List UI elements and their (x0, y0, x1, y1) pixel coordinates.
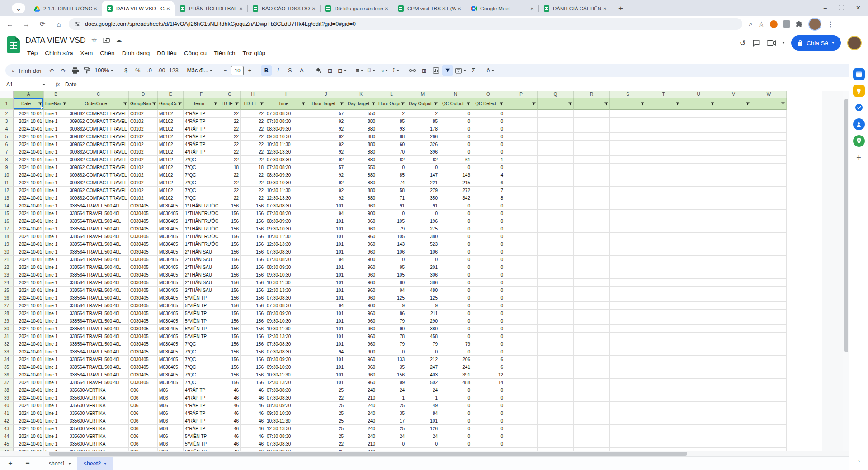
grid-cell[interactable]: M0102 (158, 110, 184, 118)
grid-cell[interactable]: 2024-10-01 (14, 194, 44, 202)
text-wrap-button[interactable]: ⇥ (377, 65, 389, 76)
grid-cell[interactable] (716, 371, 751, 379)
grid-cell[interactable]: 338564-TRAVEL 500 40L (68, 294, 129, 302)
grid-cell[interactable] (681, 248, 716, 256)
column-header-B[interactable]: B (44, 91, 68, 98)
grid-cell[interactable] (646, 402, 681, 409)
grid-cell[interactable] (751, 432, 787, 440)
grid-cell[interactable]: 0 (439, 118, 472, 125)
sheet-tab-sheet1[interactable]: sheet1 (42, 457, 77, 470)
grid-cell[interactable]: 335600-VERTIKA (68, 440, 129, 448)
grid-cell[interactable] (646, 379, 681, 386)
grid-cell[interactable] (716, 263, 751, 271)
vertical-scrollbar-thumb[interactable] (844, 99, 848, 352)
grid-cell[interactable] (751, 110, 787, 118)
grid-cell[interactable]: 07:30-08:30 (265, 210, 307, 217)
grid-cell[interactable]: 156 (219, 279, 241, 287)
grid-cell[interactable]: 156 (241, 379, 265, 386)
grid-cell[interactable]: 22 (307, 394, 345, 402)
grid-cell[interactable]: 08:30-09:30 (265, 356, 307, 363)
grid-cell[interactable]: C0102 (129, 133, 158, 141)
grid-cell[interactable]: C06 (129, 417, 158, 425)
grid-cell[interactable] (538, 225, 574, 233)
header-cell[interactable] (610, 98, 646, 110)
grid-cell[interactable]: 70 (377, 148, 406, 156)
grid-cell[interactable]: 08:30-09:30 (265, 402, 307, 409)
grid-cell[interactable] (681, 294, 716, 302)
grid-cell[interactable] (716, 233, 751, 240)
grid-cell[interactable]: Line 1 (44, 432, 68, 440)
grid-cell[interactable] (681, 371, 716, 379)
paint-format-button[interactable] (81, 65, 92, 76)
grid-cell[interactable] (574, 317, 610, 325)
grid-cell[interactable]: 22 (219, 156, 241, 164)
grid-cell[interactable]: Line 1 (44, 133, 68, 141)
grid-cell[interactable]: 960 (345, 356, 377, 363)
grid-cell[interactable] (574, 440, 610, 448)
grid-cell[interactable]: 2024-10-01 (14, 125, 44, 133)
grid-cell[interactable]: 1 (472, 156, 505, 164)
grid-cell[interactable] (646, 187, 681, 194)
grid-cell[interactable] (610, 348, 646, 356)
grid-cell[interactable] (538, 210, 574, 217)
grid-cell[interactable]: 7*QC (184, 187, 219, 194)
grid-cell[interactable]: 85 (377, 118, 406, 125)
grid-cell[interactable]: 0 (406, 164, 439, 171)
grid-cell[interactable]: 0 (472, 225, 505, 233)
filter-icon[interactable] (675, 102, 680, 106)
grid-cell[interactable]: 279 (406, 187, 439, 194)
grid-cell[interactable]: 46 (241, 386, 265, 394)
grid-cell[interactable]: C030405 (129, 317, 158, 325)
grid-cell[interactable] (610, 425, 646, 432)
grid-cell[interactable] (610, 363, 646, 371)
grid-cell[interactable]: 960 (345, 363, 377, 371)
grid-cell[interactable]: 350 (406, 194, 439, 202)
grid-cell[interactable] (538, 179, 574, 187)
grid-cell[interactable]: 380 (406, 325, 439, 333)
grid-cell[interactable]: M030405 (158, 310, 184, 317)
grid-cell[interactable] (574, 164, 610, 171)
grid-cell[interactable]: 240 (345, 409, 377, 417)
grid-cell[interactable] (574, 133, 610, 141)
grid-cell[interactable] (505, 256, 538, 263)
grid-cell[interactable] (751, 409, 787, 417)
grid-cell[interactable] (751, 310, 787, 317)
grid-cell[interactable]: M0102 (158, 118, 184, 125)
grid-cell[interactable] (574, 156, 610, 164)
bookmark-star-icon[interactable]: ☆ (758, 20, 764, 28)
grid-cell[interactable]: 0 (472, 394, 505, 402)
increase-decimal-button[interactable]: .00 (156, 65, 167, 76)
grid-cell[interactable]: 0 (377, 164, 406, 171)
grid-cell[interactable]: 7 (472, 187, 505, 194)
grid-cell[interactable]: 156 (241, 317, 265, 325)
grid-cell[interactable] (574, 171, 610, 179)
grid-cell[interactable] (505, 394, 538, 402)
grid-cell[interactable]: 8 (472, 194, 505, 202)
grid-cell[interactable] (681, 386, 716, 394)
grid-cell[interactable] (538, 340, 574, 348)
grid-cell[interactable]: 880 (345, 171, 377, 179)
grid-cell[interactable] (505, 409, 538, 417)
grid-cell[interactable] (574, 417, 610, 425)
column-header-K[interactable]: K (345, 91, 377, 98)
grid-cell[interactable]: 0 (472, 340, 505, 348)
grid-cell[interactable] (646, 217, 681, 225)
grid-cell[interactable] (505, 164, 538, 171)
grid-cell[interactable]: Line 1 (44, 110, 68, 118)
grid-cell[interactable] (538, 432, 574, 440)
grid-cell[interactable]: 2*THÂN SAU (184, 256, 219, 263)
grid-cell[interactable]: 309862-COMPACT TRAVEL 15L (68, 118, 129, 125)
grid-cell[interactable]: 0 (439, 233, 472, 240)
grid-cell[interactable]: C030405 (129, 302, 158, 310)
grid-cell[interactable]: 0 (439, 317, 472, 325)
grid-cell[interactable]: 5*VIỀN TP (184, 432, 219, 440)
grid-cell[interactable]: 4 (472, 171, 505, 179)
grid-cell[interactable]: 338564-TRAVEL 500 40L (68, 271, 129, 279)
grid-cell[interactable]: 211 (406, 310, 439, 317)
sheets-logo-icon[interactable] (7, 36, 20, 53)
grid-cell[interactable]: M0102 (158, 164, 184, 171)
grid-cell[interactable]: 2024-10-01 (14, 340, 44, 348)
grid-cell[interactable]: 156 (241, 325, 265, 333)
grid-cell[interactable]: 09:30-10:30 (265, 179, 307, 187)
grid-cell[interactable]: M030405 (158, 294, 184, 302)
